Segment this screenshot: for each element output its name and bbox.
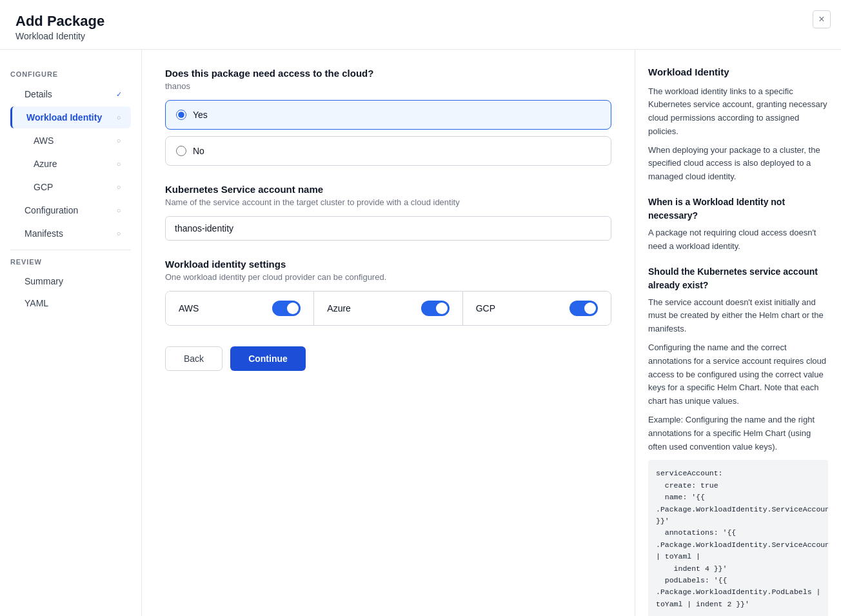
workload-identity-check-icon: ○ — [113, 112, 124, 123]
sidebar-item-workload-identity[interactable]: Workload Identity ○ — [10, 106, 131, 128]
gcp-toggle-cell: GCP — [463, 292, 611, 325]
modal-title: Add Package — [15, 13, 826, 30]
modal: Add Package Workload Identity × CONFIGUR… — [0, 0, 841, 616]
review-section-label: REVIEW — [10, 258, 131, 266]
gcp-toggle[interactable] — [569, 301, 598, 316]
sidebar-item-gcp-label: GCP — [34, 182, 53, 192]
help-code-block: serviceAccount: create: true name: '{{ .… — [648, 460, 828, 616]
sidebar-item-manifests[interactable]: Manifests ○ — [10, 223, 131, 244]
cloud-access-question: Does this package need access to the clo… — [165, 68, 611, 79]
continue-button[interactable]: Continue — [230, 346, 306, 371]
k8s-service-account-desc: Name of the service account in the targe… — [165, 197, 611, 207]
workload-identity-settings-desc: One workload identity per cloud provider… — [165, 272, 611, 282]
gcp-toggle-slider — [569, 301, 598, 316]
sidebar-item-yaml-label: YAML — [25, 298, 48, 308]
sidebar-item-configuration-label: Configuration — [25, 205, 78, 215]
aws-check-icon: ○ — [113, 135, 124, 146]
help-title: Workload Identity — [648, 65, 828, 80]
toggles-row: AWS Azure GCP — [165, 291, 611, 326]
sidebar-item-gcp[interactable]: GCP ○ — [10, 176, 131, 198]
aws-toggle-cell: AWS — [166, 292, 314, 325]
modal-body: CONFIGURE Details ✓ Workload Identity ○ … — [0, 50, 841, 616]
cloud-access-package: thanos — [165, 81, 611, 91]
radio-no-option[interactable]: No — [165, 136, 611, 166]
gcp-toggle-label: GCP — [476, 303, 495, 313]
azure-toggle-cell: Azure — [314, 292, 462, 325]
help-should-exist-title: Should the Kubernetes service account al… — [648, 265, 828, 292]
back-button[interactable]: Back — [165, 346, 223, 371]
help-should-exist-text1: The service account doesn't exist initia… — [648, 296, 828, 336]
radio-yes-label: Yes — [193, 110, 208, 120]
details-check-icon: ✓ — [113, 88, 124, 100]
manifests-check-icon: ○ — [113, 228, 124, 239]
k8s-service-account-title: Kubernetes Service account name — [165, 184, 611, 195]
modal-header: Add Package Workload Identity × — [0, 0, 841, 50]
gcp-check-icon: ○ — [113, 181, 124, 193]
close-button[interactable]: × — [813, 10, 831, 28]
azure-check-icon: ○ — [113, 158, 124, 170]
sidebar-item-azure-label: Azure — [34, 159, 57, 169]
help-intro2: When deploying your package to a cluster… — [648, 144, 828, 184]
configure-section-label: CONFIGURE — [10, 70, 131, 78]
azure-toggle[interactable] — [421, 301, 450, 316]
main-content: Does this package need access to the clo… — [142, 50, 635, 616]
sidebar-item-summary[interactable]: Summary — [10, 271, 131, 292]
sidebar: CONFIGURE Details ✓ Workload Identity ○ … — [0, 50, 142, 616]
azure-toggle-label: Azure — [327, 303, 351, 313]
configuration-check-icon: ○ — [113, 204, 124, 216]
azure-toggle-slider — [421, 301, 450, 316]
sidebar-item-yaml[interactable]: YAML — [10, 293, 131, 313]
k8s-service-account-input[interactable] — [165, 216, 611, 241]
aws-toggle-slider — [272, 301, 301, 316]
radio-yes-input[interactable] — [176, 110, 186, 120]
help-not-necessary-text: A package not requiring cloud access doe… — [648, 226, 828, 253]
help-should-exist-text2: Configuring the name and the correct ann… — [648, 341, 828, 408]
help-intro1: The workload identity links to a specifi… — [648, 85, 828, 139]
sidebar-item-summary-label: Summary — [25, 276, 63, 286]
sidebar-item-details[interactable]: Details ✓ — [10, 83, 131, 105]
help-should-exist-text3: Example: Configuring the name and the ri… — [648, 413, 828, 453]
radio-no-label: No — [193, 146, 204, 156]
aws-toggle[interactable] — [272, 301, 301, 316]
help-not-necessary-title: When is a Workload Identity not necessar… — [648, 195, 828, 223]
sidebar-item-azure[interactable]: Azure ○ — [10, 153, 131, 175]
radio-no-input[interactable] — [176, 146, 186, 156]
sidebar-item-configuration[interactable]: Configuration ○ — [10, 199, 131, 221]
sidebar-item-manifests-label: Manifests — [25, 228, 63, 239]
radio-yes-option[interactable]: Yes — [165, 100, 611, 130]
workload-identity-settings-title: Workload identity settings — [165, 259, 611, 270]
sidebar-item-details-label: Details — [25, 89, 52, 99]
modal-subtitle: Workload Identity — [15, 31, 826, 41]
sidebar-item-aws-label: AWS — [34, 135, 54, 146]
sidebar-item-workload-identity-label: Workload Identity — [26, 112, 102, 123]
sidebar-item-aws[interactable]: AWS ○ — [10, 130, 131, 152]
aws-toggle-label: AWS — [179, 303, 199, 313]
help-panel: Workload Identity The workload identity … — [635, 50, 841, 616]
action-row: Back Continue — [165, 346, 611, 371]
